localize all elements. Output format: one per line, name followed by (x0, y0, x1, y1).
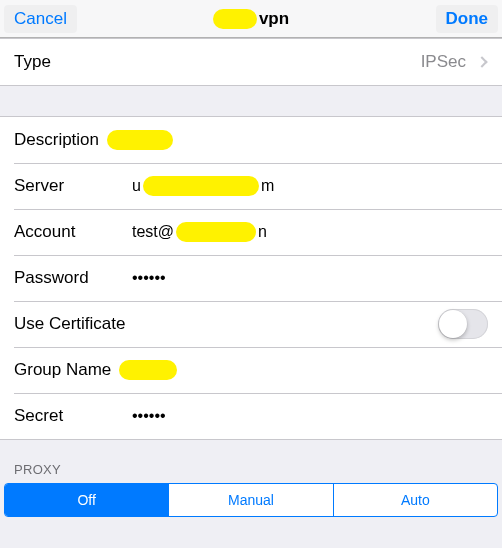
account-label: Account (14, 222, 132, 242)
password-value: •••••• (132, 269, 166, 287)
secret-value: •••••• (132, 407, 166, 425)
server-redaction (143, 176, 259, 196)
type-label: Type (14, 52, 132, 72)
description-label: Description (14, 130, 99, 150)
use-certificate-toggle[interactable] (438, 309, 488, 339)
proxy-segment-off[interactable]: Off (5, 484, 169, 516)
server-label: Server (14, 176, 132, 196)
secret-label: Secret (14, 406, 132, 426)
type-row[interactable]: Type IPSec (0, 39, 502, 85)
type-value: IPSec (421, 52, 466, 72)
vpn-config-screen: Cancel vpn Done Type IPSec Description S… (0, 0, 502, 548)
group-name-redaction (119, 360, 177, 380)
password-row[interactable]: Password •••••• (0, 255, 502, 301)
account-row[interactable]: Account test@ n (0, 209, 502, 255)
server-value-suffix: m (261, 177, 274, 195)
chevron-right-icon (476, 56, 487, 67)
cancel-button[interactable]: Cancel (4, 5, 77, 33)
group-name-row[interactable]: Group Name (0, 347, 502, 393)
server-row[interactable]: Server u m (0, 163, 502, 209)
secret-row[interactable]: Secret •••••• (0, 393, 502, 439)
account-value-suffix: n (258, 223, 267, 241)
password-label: Password (14, 268, 132, 288)
proxy-segment-auto[interactable]: Auto (334, 484, 497, 516)
toggle-knob (439, 310, 467, 338)
proxy-segmented-control: Off Manual Auto (4, 483, 498, 517)
account-value-prefix: test@ (132, 223, 174, 241)
group-name-label: Group Name (14, 360, 111, 380)
proxy-header: PROXY (0, 440, 502, 483)
navbar-title-suffix: vpn (259, 9, 289, 29)
description-redaction (107, 130, 173, 150)
use-certificate-label: Use Certificate (14, 314, 125, 334)
proxy-segment-manual[interactable]: Manual (169, 484, 333, 516)
description-row[interactable]: Description (0, 117, 502, 163)
account-redaction (176, 222, 256, 242)
server-value-prefix: u (132, 177, 141, 195)
done-button[interactable]: Done (436, 5, 499, 33)
title-redaction (213, 9, 257, 29)
navbar: Cancel vpn Done (0, 0, 502, 38)
vpn-fields-section: Description Server u m Account test@ n P… (0, 116, 502, 440)
type-section: Type IPSec (0, 38, 502, 86)
use-certificate-row: Use Certificate (0, 301, 502, 347)
